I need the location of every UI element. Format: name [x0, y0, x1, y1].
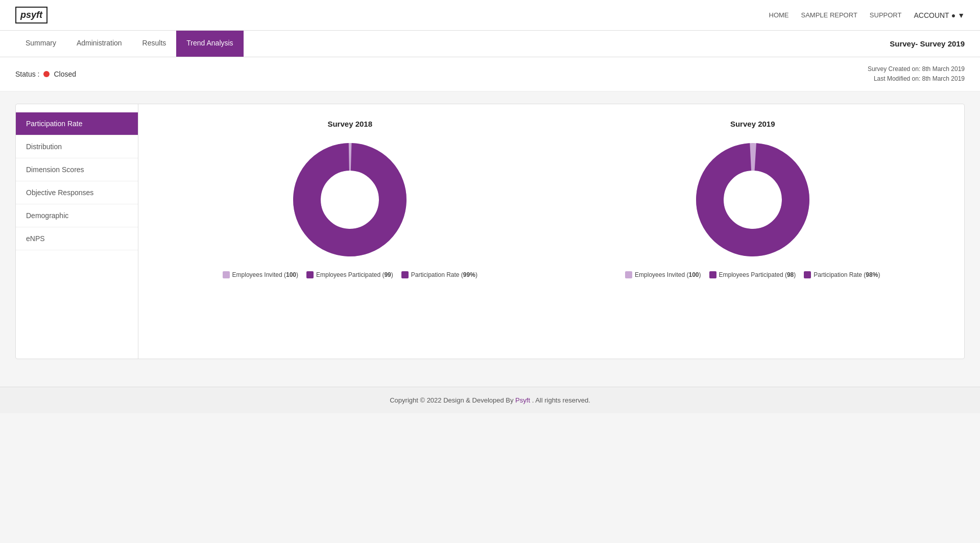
header: psyft HOME SAMPLE REPORT SUPPORT ACCOUNT… [0, 0, 980, 31]
legend-label-rate-2018: Participation Rate (99%) [411, 271, 477, 278]
sidebar-item-demographic[interactable]: Demographic [16, 204, 138, 227]
top-nav: HOME SAMPLE REPORT SUPPORT ACCOUNT ● ▼ [769, 11, 965, 19]
footer: Copyright © 2022 Design & Developed By P… [0, 387, 980, 413]
tab-trend-analysis[interactable]: Trend Analysis [176, 31, 243, 57]
logo[interactable]: psyft [15, 7, 47, 23]
status-label: Status : [15, 70, 39, 78]
chart-survey-2018: Survey 2018 [149, 120, 552, 278]
legend-swatch-rate-2019 [804, 271, 811, 278]
donut-chart-2019 [691, 138, 814, 261]
tabs: Summary Administration Results Trend Ana… [15, 31, 244, 57]
legend-swatch-invited-2018 [223, 271, 230, 278]
tab-summary[interactable]: Summary [15, 31, 66, 57]
legend-label-invited-2019: Employees Invited (100) [635, 271, 701, 278]
legend-2019-rate: Participation Rate (98%) [804, 271, 880, 278]
account-icon: ● [951, 11, 955, 19]
legend-label-rate-2019: Participation Rate (98%) [814, 271, 880, 278]
sidebar-item-distribution[interactable]: Distribution [16, 135, 138, 158]
svg-point-5 [726, 173, 780, 227]
legend-swatch-rate-2018 [401, 271, 409, 278]
sidebar: Participation Rate Distribution Dimensio… [16, 104, 138, 359]
footer-brand-link[interactable]: Psyft [515, 396, 530, 404]
legend-swatch-participated-2018 [306, 271, 314, 278]
legend-swatch-invited-2019 [625, 271, 632, 278]
legend-label-participated-2019: Employees Participated (98) [719, 271, 796, 278]
nav-home[interactable]: HOME [769, 11, 789, 19]
chart-survey-2019: Survey 2019 Employees Invited (100) [552, 120, 954, 278]
chart-2019-title: Survey 2019 [730, 120, 775, 128]
svg-point-2 [323, 173, 377, 227]
legend-label-invited-2018: Employees Invited (100) [232, 271, 298, 278]
status-bar: Status : Closed Survey Created on: 8th M… [0, 57, 980, 91]
survey-title: Survey- Survey 2019 [890, 39, 965, 48]
status-dates: Survey Created on: 8th March 2019 Last M… [868, 64, 965, 84]
survey-created: Survey Created on: 8th March 2019 [868, 64, 965, 74]
chart-2018-legend: Employees Invited (100) Employees Partic… [223, 271, 477, 278]
nav-account[interactable]: ACCOUNT ● ▼ [914, 11, 965, 19]
sidebar-item-participation-rate[interactable]: Participation Rate [16, 112, 138, 135]
content-card: Participation Rate Distribution Dimensio… [15, 104, 965, 359]
sidebar-item-objective-responses[interactable]: Objective Responses [16, 181, 138, 204]
sidebar-item-dimension-scores[interactable]: Dimension Scores [16, 158, 138, 181]
status-section: Status : Closed [15, 70, 76, 78]
status-value: Closed [54, 70, 76, 78]
legend-2018-rate: Participation Rate (99%) [401, 271, 477, 278]
charts-row: Survey 2018 [149, 120, 954, 348]
main-content: Participation Rate Distribution Dimensio… [0, 91, 980, 371]
tab-results[interactable]: Results [132, 31, 177, 57]
chart-2018-title: Survey 2018 [327, 120, 372, 128]
legend-2019-invited: Employees Invited (100) [625, 271, 701, 278]
chevron-down-icon: ▼ [958, 11, 965, 19]
tab-bar: Summary Administration Results Trend Ana… [0, 31, 980, 57]
charts-area: Survey 2018 [138, 104, 964, 359]
status-dot-red [43, 71, 50, 77]
nav-support[interactable]: SUPPORT [870, 11, 902, 19]
footer-text: Copyright © 2022 Design & Developed By [390, 396, 515, 404]
legend-swatch-participated-2019 [709, 271, 716, 278]
chart-2019-legend: Employees Invited (100) Employees Partic… [625, 271, 880, 278]
nav-sample-report[interactable]: SAMPLE REPORT [801, 11, 857, 19]
footer-suffix: . All rights reserved. [532, 396, 590, 404]
legend-2019-participated: Employees Participated (98) [709, 271, 796, 278]
legend-label-participated-2018: Employees Participated (99) [316, 271, 393, 278]
donut-chart-2018 [289, 138, 411, 261]
legend-2018-participated: Employees Participated (99) [306, 271, 393, 278]
survey-modified: Last Modified on: 8th March 2019 [868, 74, 965, 84]
legend-2018-invited: Employees Invited (100) [223, 271, 298, 278]
tab-administration[interactable]: Administration [66, 31, 132, 57]
sidebar-item-enps[interactable]: eNPS [16, 227, 138, 250]
